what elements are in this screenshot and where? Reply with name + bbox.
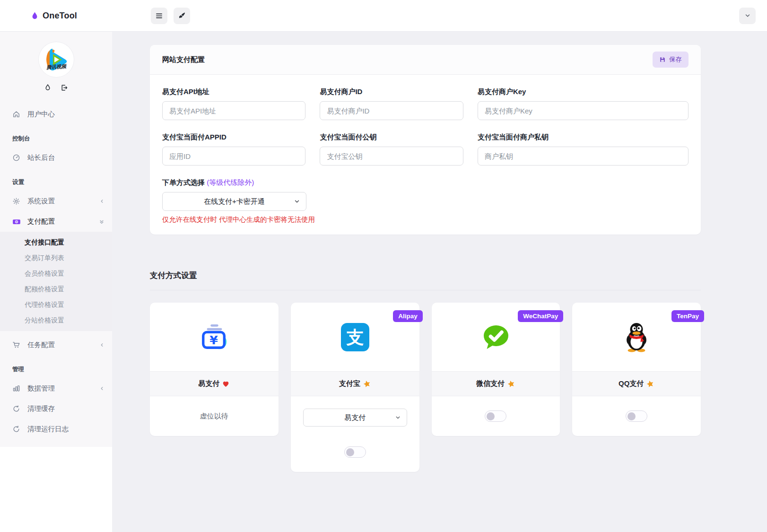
alipay-channel-selected-value: 易支付	[344, 413, 366, 422]
tenpay-badge: TenPay	[671, 310, 704, 322]
order-mode-label: 下单方式选择 (等级代练除外)	[162, 178, 689, 187]
method-card-wechatpay: WeChatPay 微信支付	[432, 303, 560, 436]
method-empty-text: 虚位以待	[200, 412, 228, 421]
cart-icon	[12, 341, 21, 349]
alipay-channel-select[interactable]: 易支付	[303, 409, 407, 427]
sidebar-item-webmaster-backend[interactable]: 站长后台	[0, 148, 112, 168]
app-root: OneTool	[0, 0, 767, 532]
banknote-icon	[12, 218, 21, 226]
sidebar-item-label: 支付配置	[27, 217, 55, 226]
qqpay-toggle[interactable]	[626, 410, 647, 422]
sidebar-item-task-config[interactable]: 任务配置	[0, 335, 112, 355]
sidebar-nav: 用户中心 控制台 站长后台 设置 系统设置	[0, 104, 112, 439]
sidebar-item-user-center[interactable]: 用户中心	[0, 104, 112, 124]
submenu-item-member-price[interactable]: 会员价格设置	[0, 266, 112, 281]
chevron-down-icon	[395, 415, 401, 421]
refresh-avatar-icon[interactable]	[44, 84, 52, 92]
method-name: 支付宝	[339, 379, 360, 388]
epay-merchant-id-input[interactable]	[320, 101, 463, 120]
epay-wallet-icon: ¥	[200, 323, 229, 352]
wechatpay-badge: WeChatPay	[518, 310, 563, 322]
sidebar-item-system-settings[interactable]: 系统设置	[0, 191, 112, 211]
sidebar-item-data-management[interactable]: 数据管理	[0, 378, 112, 399]
sidebar-section-console: 控制台	[0, 124, 112, 148]
heart-icon	[222, 380, 230, 388]
home-icon	[12, 110, 21, 119]
sidebar-item-clear-run-logs[interactable]: 清理运行日志	[0, 419, 112, 439]
topbar-buttons	[151, 8, 190, 24]
floppy-disk-icon	[659, 56, 666, 63]
form-field: 易支付API地址	[162, 87, 305, 120]
svg-text:¥: ¥	[209, 333, 218, 347]
double-chevron-down-icon	[99, 219, 105, 225]
hamburger-icon	[155, 12, 163, 20]
form-field: 支付宝当面付商户私钥	[478, 133, 689, 166]
field-label-alipay-appid: 支付宝当面付APPID	[162, 133, 305, 142]
method-card-alipay: Alipay 支 支付宝	[291, 303, 419, 472]
form-field: 易支付商户ID	[320, 87, 463, 120]
sidebar-item-label: 清理运行日志	[27, 425, 69, 434]
order-mode-block: 下单方式选择 (等级代练除外) 在线支付+卡密开通 仅允许在线支付时 代理中心生…	[162, 178, 689, 224]
method-name: QQ支付	[619, 379, 644, 388]
field-label-alipay-private-key: 支付宝当面付商户私钥	[478, 133, 689, 142]
sidebar-item-payment-config[interactable]: 支付配置	[0, 211, 112, 232]
order-mode-select[interactable]: 在线支付+卡密开通	[162, 192, 306, 211]
sidebar-item-label: 任务配置	[27, 340, 55, 349]
topbar: OneTool	[0, 0, 767, 32]
field-label-epay-merchant-key: 易支付商户Key	[478, 87, 689, 96]
brand-name: OneTool	[43, 11, 77, 21]
refresh-icon	[12, 425, 21, 434]
submenu-item-agent-price[interactable]: 代理价格设置	[0, 297, 112, 313]
epay-merchant-key-input[interactable]	[478, 101, 689, 120]
account-dropdown-button[interactable]	[739, 8, 756, 24]
submenu-item-substation-price[interactable]: 分站价格设置	[0, 313, 112, 328]
sidebar: 腾讯视频	[0, 32, 112, 532]
sidebar-item-label: 数据管理	[27, 384, 55, 393]
form-field: 支付宝当面付APPID	[162, 133, 305, 166]
sidebar-item-label: 用户中心	[27, 110, 55, 119]
field-label-epay-api: 易支付API地址	[162, 87, 305, 96]
chevron-left-icon	[99, 342, 105, 348]
method-card-epay: ¥ 易支付 虚位以待	[150, 303, 279, 436]
logout-icon[interactable]	[60, 84, 68, 92]
star-icon	[507, 380, 515, 388]
submenu-item-payment-interface-config[interactable]: 支付接口配置	[0, 235, 112, 250]
field-label-alipay-public-key: 支付宝当面付公钥	[320, 133, 463, 142]
alipay-toggle[interactable]	[344, 446, 366, 458]
sidebar-item-clear-cache[interactable]: 清理缓存	[0, 399, 112, 419]
save-button-label: 保存	[669, 55, 682, 64]
alipay-badge: Alipay	[393, 310, 423, 322]
payment-method-grid: ¥ 易支付 虚位以待 Ali	[150, 303, 701, 472]
chevron-left-icon	[99, 386, 105, 391]
theme-button[interactable]	[174, 8, 190, 24]
submenu-item-quota-price[interactable]: 配额价格设置	[0, 281, 112, 297]
order-mode-note[interactable]: (等级代练除外)	[207, 178, 254, 186]
save-button[interactable]: 保存	[653, 52, 689, 68]
paintbrush-icon	[178, 12, 186, 20]
wechat-icon	[480, 323, 511, 351]
wechatpay-toggle[interactable]	[485, 410, 506, 422]
form-field: 支付宝当面付公钥	[320, 133, 463, 166]
section-divider	[150, 290, 701, 290]
order-mode-warning: 仅允许在线支付时 代理中心生成的卡密将无法使用	[162, 215, 689, 224]
method-name: 微信支付	[476, 379, 505, 388]
bar-chart-icon	[12, 384, 21, 393]
sidebar-toggle-button[interactable]	[151, 8, 167, 24]
alipay-private-key-input[interactable]	[478, 147, 689, 166]
alipay-public-key-input[interactable]	[320, 147, 463, 166]
brand: OneTool	[0, 11, 112, 21]
order-mode-label-text: 下单方式选择	[162, 178, 207, 186]
sidebar-section-management: 管理	[0, 355, 112, 378]
field-label-epay-merchant-id: 易支付商户ID	[320, 87, 463, 96]
refresh-icon	[12, 405, 21, 413]
sidebar-item-label: 系统设置	[27, 197, 55, 206]
submenu-item-trade-order-list[interactable]: 交易订单列表	[0, 250, 112, 266]
avatar[interactable]: 腾讯视频	[39, 42, 74, 77]
payment-methods-title: 支付方式设置	[150, 270, 701, 281]
epay-api-input[interactable]	[162, 101, 305, 120]
form-field: 易支付商户Key	[478, 87, 689, 120]
svg-text:支: 支	[346, 327, 364, 348]
sidebar-item-label: 站长后台	[27, 153, 55, 162]
chevron-down-icon	[294, 198, 300, 205]
alipay-appid-input[interactable]	[162, 147, 305, 166]
